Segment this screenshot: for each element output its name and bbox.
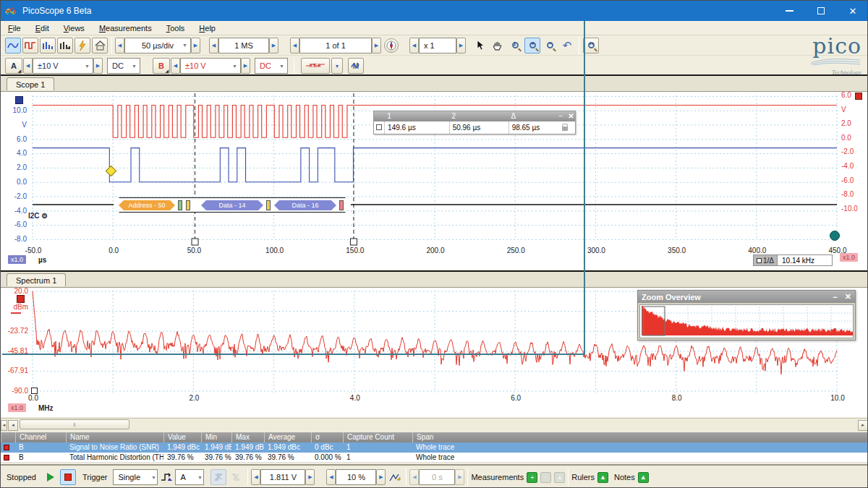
delay-up[interactable]: ▶ (455, 469, 464, 485)
trigger-level-down[interactable]: ◀ (251, 469, 260, 485)
column-header-min[interactable]: Min (201, 432, 231, 442)
column-header-max[interactable]: Max (231, 432, 264, 442)
menu-item-measurements[interactable]: Measurements (92, 22, 159, 34)
minimize-button[interactable] (773, 1, 805, 21)
menu-item-help[interactable]: Help (192, 22, 223, 34)
spectrum-ruler-handle[interactable] (31, 388, 38, 394)
measurements-table[interactable]: ChannelNameValueMinMaxAverageσCapture Co… (1, 432, 868, 463)
notes-button[interactable]: ▲ (638, 472, 649, 483)
column-header-channel[interactable]: Channel (15, 432, 66, 442)
zoom-overview-window[interactable]: Zoom Overview − ✕ (637, 290, 856, 341)
tab-spectrum-1[interactable]: Spectrum 1 (7, 273, 66, 286)
column-header-capture-count[interactable]: Capture Count (343, 432, 412, 442)
home-button[interactable] (92, 38, 108, 53)
marquee-zoom-tool[interactable]: ●● (583, 38, 599, 53)
channel-a-axis-handle[interactable] (15, 96, 23, 104)
delay-down[interactable]: ◀ (409, 469, 419, 485)
spectrum-axis-handle[interactable] (17, 295, 25, 303)
column-header-σ[interactable]: σ (311, 432, 343, 442)
samples-input[interactable]: 1 MS (218, 38, 269, 53)
scroll-left-button[interactable]: ◂ (8, 420, 18, 431)
spectrum-view-button[interactable] (40, 38, 56, 53)
channel-a-range-select[interactable]: ±10 V▼ (33, 58, 93, 74)
timebase-next-button[interactable]: ▶ (191, 38, 200, 53)
channel-b-range-select[interactable]: ±10 V▼ (180, 58, 241, 74)
channel-a-coupling-select[interactable]: DC▼ (107, 58, 140, 74)
scope-view-button[interactable] (5, 38, 21, 53)
menu-item-tools[interactable]: Tools (159, 22, 192, 34)
advanced-trigger-button[interactable] (158, 469, 174, 485)
probe-wizard-button[interactable] (75, 38, 90, 53)
pretrigger-down[interactable]: ◀ (326, 469, 336, 485)
zoom-factor-prev-button[interactable]: ◀ (409, 38, 419, 53)
zoom-to-full-tool[interactable]: 1 (507, 38, 523, 53)
serial-decoding-button[interactable]: XEX (301, 58, 330, 74)
column-header-value[interactable]: Value (163, 432, 201, 442)
pretrigger-up[interactable]: ▶ (376, 469, 386, 485)
overview-chart[interactable] (640, 305, 854, 338)
trigger-mode-select[interactable]: Single (113, 469, 158, 485)
spectrum-x-multiplier[interactable]: x1.0 (8, 403, 26, 412)
timebase-prev-button[interactable]: ◀ (115, 38, 124, 53)
samples-prev-button[interactable]: ◀ (209, 38, 218, 53)
zoom-factor-input[interactable]: x 1 (419, 38, 456, 53)
channel-b-options-button[interactable]: B ◢ (153, 58, 170, 74)
column-header-name[interactable]: Name (66, 432, 163, 442)
title-bar[interactable]: PicoScope 6 Beta ✕ (1, 1, 868, 21)
undo-zoom-button[interactable]: ↶ (559, 38, 575, 53)
buffer-indicator[interactable]: 1 of 1 (299, 38, 372, 53)
serial-decoding-dropdown[interactable]: ▼ (331, 58, 343, 74)
legend-close-icon[interactable]: ✕ (564, 111, 575, 121)
rulers-button[interactable]: ▲ (597, 472, 608, 483)
start-button[interactable] (43, 469, 59, 485)
spectrum-scrollbar[interactable]: ◂ ◂ ‖ ▸ (1, 418, 868, 432)
ruler-legend[interactable]: 1 2 Δ − ✕ 149.6 µs 50.96 µs 98.65 µs (373, 111, 576, 134)
trigger-level-up[interactable]: ▶ (305, 469, 315, 485)
scroll-far-left-button[interactable]: ◂ (1, 420, 7, 431)
lock-icon[interactable] (562, 127, 568, 131)
freq-checkbox[interactable] (757, 258, 762, 263)
hand-tool[interactable] (490, 38, 506, 53)
close-button[interactable]: ✕ (837, 1, 868, 21)
tab-scope-1[interactable]: Scope 1 (7, 77, 54, 90)
gear-icon[interactable]: ⚙ (41, 212, 48, 220)
menu-item-edit[interactable]: Edit (28, 22, 56, 34)
menu-item-views[interactable]: Views (56, 22, 92, 34)
persistence-spectrum-button[interactable] (57, 38, 73, 53)
channel-a-range-prev[interactable]: ◀ (23, 58, 33, 74)
add-measurement-button[interactable]: ＋ (527, 472, 537, 483)
ruler-checkbox[interactable] (376, 124, 382, 130)
delay-input[interactable]: 0 s (419, 469, 455, 485)
scroll-right-button[interactable]: ▸ (858, 420, 868, 431)
legend-minimize-icon[interactable]: − (554, 111, 563, 121)
maximize-button[interactable] (805, 1, 837, 21)
math-channels-button[interactable]: M (348, 58, 364, 74)
pretrigger-input[interactable]: 10 % (336, 469, 376, 485)
table-row[interactable]: BTotal Harmonic Distortion (THD) %39.76 … (1, 453, 868, 463)
persistence-view-button[interactable] (22, 38, 38, 53)
menu-item-file[interactable]: File (1, 22, 28, 34)
channel-b-range-next[interactable]: ▶ (241, 58, 250, 74)
falling-edge-button[interactable] (228, 469, 244, 485)
scroll-thumb[interactable]: ‖ (20, 419, 129, 429)
stop-button[interactable] (60, 469, 76, 485)
channel-a-range-next[interactable]: ▶ (93, 58, 103, 74)
channel-a-options-button[interactable]: A ◢ (5, 58, 22, 74)
channel-b-coupling-select[interactable]: DC▼ (255, 58, 288, 74)
zoom-in-tool[interactable]: + (524, 38, 540, 53)
trigger-level-input[interactable]: 1.811 V (260, 469, 305, 485)
overview-close-icon[interactable]: ✕ (845, 292, 851, 301)
overview-minimize-icon[interactable]: − (833, 293, 837, 301)
column-header-average[interactable]: Average (264, 432, 311, 442)
scope-x-multiplier-left[interactable]: x1.0 (8, 255, 26, 264)
table-row[interactable]: BSignal to Noise Ratio (SNR)1.949 dBc1.9… (1, 442, 868, 453)
rising-edge-button[interactable] (210, 469, 226, 485)
samples-next-button[interactable]: ▶ (269, 38, 278, 53)
trigger-ruler-button[interactable] (386, 469, 402, 485)
buffer-navigator-button[interactable] (384, 38, 399, 53)
buffer-next-button[interactable]: ▶ (372, 38, 381, 53)
scope-x-multiplier-right[interactable]: x1.0 (840, 253, 858, 262)
normal-selection-tool[interactable] (472, 38, 488, 53)
channel-b-range-prev[interactable]: ◀ (171, 58, 180, 74)
zoom-out-tool[interactable]: − (542, 38, 558, 53)
